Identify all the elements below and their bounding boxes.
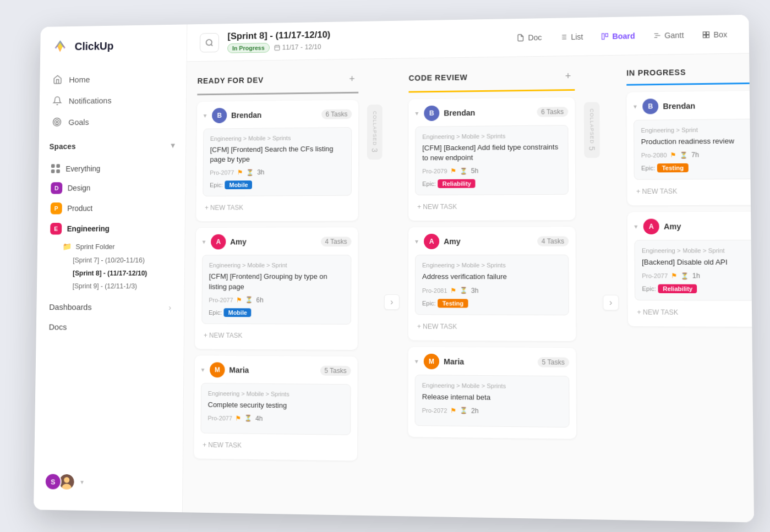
task-epic: Epic: Testing [422,298,561,308]
new-task-button[interactable]: + NEW TASK [415,199,569,214]
flag-icon: ⚑ [235,414,241,422]
search-button[interactable] [199,32,219,52]
new-task-button[interactable]: + NEW TASK [201,328,351,343]
new-task-button[interactable]: + NEW TASK [634,183,753,199]
amy-name: Amy [230,237,247,246]
task-title[interactable]: [CFM] [Frontend] Grouping by type on lis… [209,272,344,292]
column-review: CODE REVIEW + ▾ B Brendan 6 Tasks En [408,69,576,505]
spaces-title: Spaces [49,141,75,150]
svg-rect-16 [605,33,608,36]
assignee-group-brendan-progress: ▾ B Brendan 6 Tasks Engineering > Sprint… [626,90,754,206]
bell-icon [52,95,62,106]
task-title[interactable]: [CFM] [Backend] Add field type constrain… [422,142,561,163]
new-task-button[interactable]: + NEW TASK [414,319,569,333]
clock-icon: ⏳ [460,167,467,174]
svg-point-2 [56,121,58,123]
add-task-ready-button[interactable]: + [345,72,358,85]
task-title[interactable]: [CFM] [Frontend] Search the CFs listing … [210,144,345,164]
avatar-brendan-review: B [424,105,439,120]
task-breadcrumb: Engineering > Mobile > Sprints [422,132,561,140]
column-inprogress: IN PROGRESS ▾ B Brendan 6 Tasks Engineer… [626,66,754,509]
assignee-header-maria: ▾ M Maria 5 Tasks [201,361,351,378]
task-card: Engineering > Mobile > Sprint [CFM] [Fro… [201,255,351,324]
column-title-ready: READY FOR DEV [197,75,263,85]
collapsed-bar-ready[interactable]: COLLAPSED 3 [367,104,382,159]
svg-rect-22 [703,35,706,37]
sprint-7-item[interactable]: [Sprint 7] - (10/20-11/16) [68,254,172,267]
task-title[interactable]: Release internal beta [422,392,561,403]
column-header-ready: READY FOR DEV + [197,72,358,95]
task-id: Pro-2077 [209,297,233,303]
task-id: Pro-2077 [207,414,232,421]
sidebar-item-docs[interactable]: Docs [36,316,184,337]
maria-name: Maria [229,365,249,374]
task-card: Engineering > Mobile > Sprints Release i… [414,374,569,427]
board-area: READY FOR DEV + ▾ B Brendan 6 Tasks [182,53,753,522]
product-icon: P [50,202,62,214]
amy-progress-name: Amy [663,222,681,231]
chevron-right-icon: › [168,303,171,312]
chevron-down-icon: ▾ [202,238,205,246]
task-title[interactable]: [Backend] Disable old API [642,257,754,267]
logo[interactable]: ClickUp [40,35,186,69]
docs-label: Docs [48,322,67,331]
task-epic: Epic: Mobile [210,180,345,189]
task-epic: Epic: Mobile [209,308,344,317]
sprint-9-item[interactable]: [Sprint 9] - (12/11-1/3) [68,279,171,293]
product-label: Product [67,204,92,212]
task-id: Pro-2077 [210,169,234,175]
task-title[interactable]: Complete security testing [207,399,343,411]
sprint-folder-label: Sprint Folder [75,242,114,250]
avatar-brendan: B [211,108,226,123]
new-task-button[interactable]: + NEW TASK [635,305,754,320]
clock-icon: ⏳ [460,287,467,294]
assignee-header-brendan: ▾ B Brendan 6 Tasks [203,106,352,123]
sprint-folder-item[interactable]: 📁 Sprint Folder [43,238,178,254]
maria-review-count: 5 Tasks [537,357,569,367]
column-header-review: CODE REVIEW + [408,69,575,92]
brendan-review-count: 6 Tasks [536,107,567,117]
view-tabs: Doc List Board Gantt Box [509,25,735,46]
task-time: 6h [256,296,263,304]
sidebar-item-everything[interactable]: Everything [45,158,179,178]
column-nav-right-button-2[interactable]: › [603,294,619,310]
task-breadcrumb: Engineering > Mobile > Sprints [210,134,345,141]
sidebar-item-goals[interactable]: Goals [45,109,179,132]
new-task-button[interactable]: + NEW TASK [200,437,351,454]
avatar-amy: A [211,234,226,250]
task-card: Engineering > Mobile > Sprints [CFM] [Fr… [203,127,352,196]
sprint-8-item[interactable]: [Sprint 8] - (11/17-12/10) [68,266,172,279]
sidebar-item-home[interactable]: Home [46,67,180,90]
task-title[interactable]: Address verification failure [422,272,561,282]
task-card: Engineering > Mobile > Sprint [Backend] … [634,239,754,300]
sidebar-item-notifications[interactable]: Notifications [45,89,179,112]
chevron-down-icon: ▾ [633,102,636,110]
user-profile[interactable]: S ▾ [34,464,182,501]
svg-rect-21 [706,31,709,34]
tab-gantt[interactable]: Gantt [645,26,692,44]
notifications-label: Notifications [68,95,111,105]
spaces-collapse-icon[interactable]: ▾ [171,140,175,150]
add-task-review-button[interactable]: + [561,69,574,82]
assignee-group-amy-progress: ▾ A Amy 4 Tasks Engineering > Mobile > S… [627,211,753,327]
sprint-info: [Sprint 8] - (11/17-12/10) In Progress 1… [227,29,330,53]
collapsed-bar-review[interactable]: COLLAPSED 5 [583,102,599,157]
flag-icon: ⚑ [671,272,678,279]
sidebar-item-design[interactable]: D Design [44,177,178,198]
task-time: 7h [691,151,699,158]
home-icon [52,74,63,85]
column-title-review: CODE REVIEW [408,73,467,82]
column-nav-right-button[interactable]: › [384,294,399,310]
tab-box[interactable]: Box [693,25,735,43]
tab-doc[interactable]: Doc [509,28,550,46]
new-task-button[interactable]: + NEW TASK [203,200,352,215]
tab-list[interactable]: List [551,28,591,46]
flag-icon: ⚑ [236,296,242,304]
tab-board[interactable]: Board [593,26,643,45]
sidebar-item-dashboards[interactable]: Dashboards › [36,297,184,317]
task-title[interactable]: Production readiness review [641,135,753,147]
sidebar-item-engineering[interactable]: E Engineering [43,218,178,239]
sidebar-item-product[interactable]: P Product [44,198,179,218]
assignee-group-maria-ready: ▾ M Maria 5 Tasks Engineering > Mobile >… [194,355,357,460]
chevron-down-icon: ▾ [634,222,637,230]
